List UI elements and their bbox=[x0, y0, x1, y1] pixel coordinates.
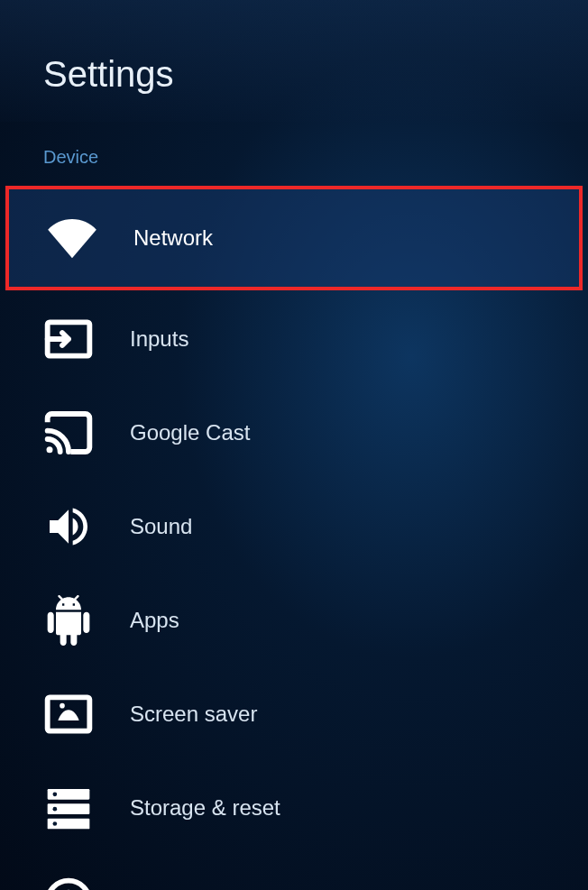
settings-header: Settings bbox=[0, 0, 588, 122]
screen-saver-icon bbox=[43, 689, 94, 739]
menu-item-label: Storage & reset bbox=[130, 795, 280, 821]
menu-item-about[interactable]: About bbox=[0, 855, 588, 890]
svg-point-10 bbox=[48, 881, 90, 890]
svg-point-8 bbox=[53, 807, 58, 812]
menu-item-screen-saver[interactable]: Screen saver bbox=[0, 667, 588, 761]
menu-item-network[interactable]: Network bbox=[5, 186, 583, 290]
menu-item-label: Google Cast bbox=[130, 420, 250, 445]
menu-item-label: Apps bbox=[130, 608, 179, 633]
menu-item-sound[interactable]: Sound bbox=[0, 480, 588, 573]
svg-point-7 bbox=[53, 793, 58, 797]
input-icon bbox=[43, 314, 94, 364]
storage-icon bbox=[43, 783, 94, 833]
sound-icon bbox=[43, 501, 94, 552]
menu-item-label: Sound bbox=[130, 514, 192, 539]
menu-item-label: Network bbox=[133, 225, 213, 251]
menu-item-apps[interactable]: Apps bbox=[0, 573, 588, 667]
info-icon bbox=[43, 876, 94, 890]
svg-point-3 bbox=[60, 703, 65, 709]
menu-item-label: Inputs bbox=[130, 326, 188, 352]
section-label-device: Device bbox=[0, 122, 588, 184]
menu-item-inputs[interactable]: Inputs bbox=[0, 292, 588, 386]
menu-item-storage-reset[interactable]: Storage & reset bbox=[0, 761, 588, 855]
menu-item-google-cast[interactable]: Google Cast bbox=[0, 386, 588, 480]
cast-icon bbox=[43, 408, 94, 458]
android-icon bbox=[43, 595, 94, 646]
svg-point-1 bbox=[47, 446, 53, 453]
settings-menu: Network Inputs Google Cast Sound bbox=[0, 184, 588, 890]
menu-item-label: Screen saver bbox=[130, 702, 257, 727]
page-title: Settings bbox=[43, 54, 588, 95]
svg-point-9 bbox=[53, 821, 58, 826]
wifi-icon bbox=[47, 213, 97, 263]
